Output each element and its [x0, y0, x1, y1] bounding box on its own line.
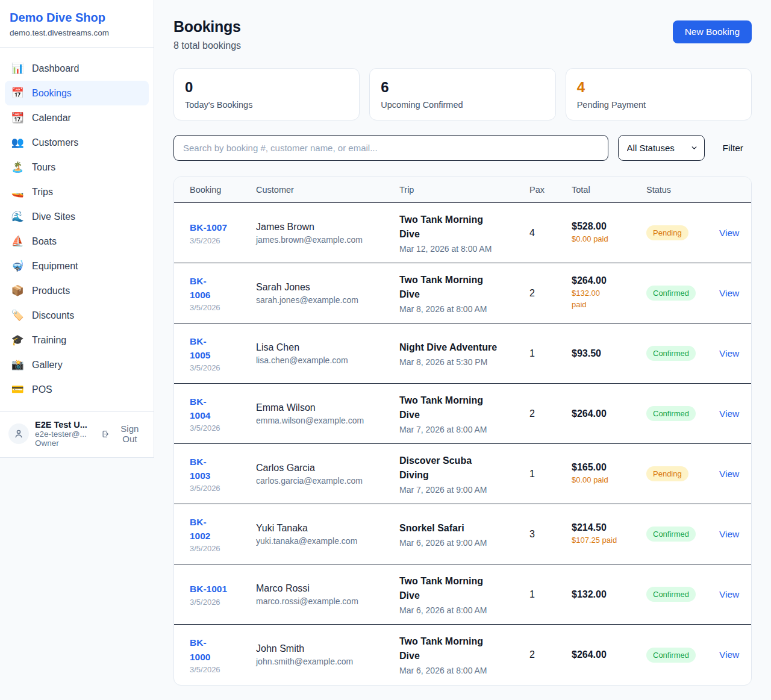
total-cell: $264.00: [572, 408, 646, 419]
booking-id-link-line: BK-: [190, 515, 256, 529]
stat-value: 6: [381, 79, 544, 96]
booking-id-link-line: 1003: [190, 469, 256, 483]
avatar: [8, 423, 29, 444]
total-amount: $132.00: [572, 589, 646, 600]
trip-cell: Two Tank MorningDiveMar 12, 2026 at 8:00…: [399, 213, 529, 254]
booking-cell: BK-10003/5/2026: [190, 636, 256, 674]
sidebar-item-label: Calendar: [32, 113, 71, 123]
stat-card-pending-payment: 4 Pending Payment: [566, 68, 752, 120]
sidebar-item-boats[interactable]: ⛵Boats: [5, 229, 149, 254]
booking-id-link[interactable]: BK-1003: [190, 455, 256, 483]
paid-amount-line: $132.00: [572, 288, 646, 299]
customers-icon: 👥: [11, 136, 24, 149]
paid-amount: $107.25 paid: [572, 535, 646, 546]
status-select[interactable]: All Statuses: [618, 135, 705, 161]
trip-cell: Two Tank MorningDiveMar 7, 2026 at 8:00 …: [399, 393, 529, 434]
booking-id-link[interactable]: BK-1006: [190, 274, 256, 302]
booking-cell: BK-10053/5/2026: [190, 334, 256, 373]
sidebar-item-label: Products: [32, 286, 70, 296]
column-header-booking: Booking: [190, 185, 256, 195]
sidebar-item-discounts[interactable]: 🏷️Discounts: [5, 303, 149, 328]
view-link[interactable]: View: [719, 469, 739, 479]
column-header-status: Status: [646, 185, 719, 195]
sidebar-item-gallery[interactable]: 📸Gallery: [5, 352, 149, 377]
customer-email: yuki.tanaka@example.com: [256, 536, 399, 546]
booking-id-link-line: BK-1007: [190, 220, 256, 234]
gallery-icon: 📸: [11, 358, 24, 371]
booking-id-link[interactable]: BK-1007: [190, 220, 256, 234]
table-row: BK-10063/5/2026Sarah Jonessarah.jones@ex…: [174, 263, 751, 323]
paid-amount: $0.00 paid: [572, 475, 646, 486]
sidebar-item-dive-sites[interactable]: 🌊Dive Sites: [5, 204, 149, 229]
sidebar-item-customers[interactable]: 👥Customers: [5, 130, 149, 155]
user-icon: [13, 428, 24, 439]
booking-id-link[interactable]: BK-1004: [190, 395, 256, 423]
new-booking-button[interactable]: New Booking: [673, 20, 752, 43]
view-link[interactable]: View: [719, 649, 739, 660]
sidebar-item-equipment[interactable]: 🤿Equipment: [5, 254, 149, 278]
sidebar: Demo Dive Shop demo.test.divestreams.com…: [0, 0, 154, 458]
customer-name: Sarah Jones: [256, 282, 399, 293]
view-link[interactable]: View: [719, 529, 739, 539]
trips-icon: 🚤: [11, 186, 24, 198]
view-link[interactable]: View: [719, 348, 739, 358]
sidebar-item-trips[interactable]: 🚤Trips: [5, 180, 149, 204]
trip-name-line: Snorkel Safari: [399, 521, 529, 536]
view-link[interactable]: View: [719, 408, 739, 419]
sidebar-item-pos[interactable]: 💳POS: [5, 377, 149, 402]
trip-name-line: Dive: [399, 589, 529, 603]
trip-name-line: Dive: [399, 227, 529, 242]
booking-id-link[interactable]: BK-1005: [190, 334, 256, 363]
booking-cell: BK-10023/5/2026: [190, 515, 256, 554]
sidebar-item-dashboard[interactable]: 📊Dashboard: [5, 56, 149, 81]
sidebar-header: Demo Dive Shop demo.test.divestreams.com: [0, 0, 154, 48]
total-cell: $165.00$0.00 paid: [572, 462, 646, 486]
view-link[interactable]: View: [719, 228, 739, 238]
customer-name: Lisa Chen: [256, 342, 399, 353]
column-header-customer: Customer: [256, 185, 399, 195]
booking-id-link-line: 1004: [190, 408, 256, 422]
booking-id-link-line: 1002: [190, 529, 256, 543]
trip-cell: Two Tank MorningDiveMar 6, 2026 at 8:00 …: [399, 574, 529, 615]
pax-cell: 4: [529, 228, 572, 239]
sidebar-item-products[interactable]: 📦Products: [5, 278, 149, 303]
booking-id-link[interactable]: BK-1001: [190, 582, 256, 596]
discounts-icon: 🏷️: [11, 309, 24, 322]
calendar-icon: 📆: [11, 111, 24, 124]
sidebar-item-bookings[interactable]: 📅Bookings: [5, 81, 149, 105]
column-header-trip: Trip: [399, 185, 529, 195]
stat-label: Today's Bookings: [185, 100, 348, 110]
trip-cell: Two Tank MorningDiveMar 8, 2026 at 8:00 …: [399, 273, 529, 314]
status-badge: Confirmed: [646, 587, 696, 602]
trip-name: Two Tank MorningDive: [399, 574, 529, 603]
view-link[interactable]: View: [719, 288, 739, 298]
sidebar-item-label: Trips: [32, 187, 53, 198]
status-badge: Confirmed: [646, 648, 696, 663]
pax-cell: 2: [529, 408, 572, 419]
pax-cell: 1: [529, 589, 572, 600]
total-amount: $93.50: [572, 348, 646, 359]
sidebar-item-label: Equipment: [32, 261, 78, 272]
pax-cell: 1: [529, 469, 572, 480]
actions-cell: View: [719, 649, 741, 660]
view-link[interactable]: View: [719, 589, 739, 599]
sidebar-item-tours[interactable]: 🏝️Tours: [5, 155, 149, 180]
trip-name: Night Dive Adventure: [399, 340, 529, 355]
booking-id-link[interactable]: BK-1002: [190, 515, 256, 543]
trip-datetime: Mar 6, 2026 at 8:00 AM: [399, 666, 529, 675]
filter-button[interactable]: Filter: [714, 143, 752, 154]
table-row: BK-10023/5/2026Yuki Tanakayuki.tanaka@ex…: [174, 504, 751, 564]
booking-id-link-line: 1005: [190, 348, 256, 362]
sign-out-button[interactable]: Sign Out: [101, 423, 145, 444]
sidebar-item-calendar[interactable]: 📆Calendar: [5, 105, 149, 130]
trip-cell: Night Dive AdventureMar 8, 2026 at 5:30 …: [399, 340, 529, 367]
status-badge: Confirmed: [646, 286, 696, 301]
search-input[interactable]: [173, 135, 608, 161]
booking-id-link[interactable]: BK-1000: [190, 636, 256, 664]
status-cell: Pending: [646, 466, 719, 481]
column-header-total: Total: [572, 185, 646, 195]
total-cell: $264.00: [572, 649, 646, 660]
sidebar-item-training[interactable]: 🎓Training: [5, 328, 149, 352]
filter-bar: All Statuses Filter: [173, 135, 752, 161]
tours-icon: 🏝️: [11, 161, 24, 173]
